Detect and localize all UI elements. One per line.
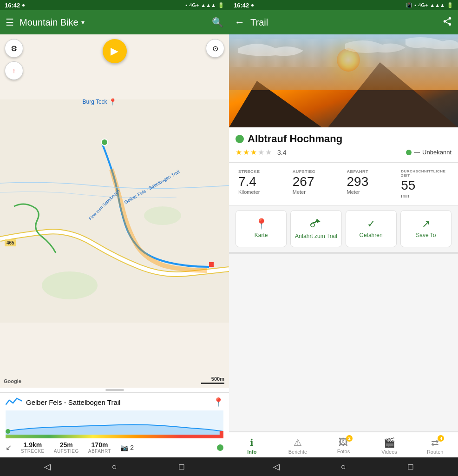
play-button[interactable]: ▶ xyxy=(103,39,127,63)
tab-info[interactable]: ℹ Info xyxy=(229,435,275,456)
anfahrt-button[interactable]: Anfahrt zum Trail xyxy=(290,210,341,247)
right-panel: 16:42 📳 • 4G+ ▲▲▲ 🔋 ← Trail xyxy=(229,0,458,476)
rating-row: ★ ★ ★ ★ ★ 3.4 — Unbekannt xyxy=(236,148,451,157)
right-back-nav-button[interactable]: ◁ xyxy=(267,462,286,472)
saveto-label: Save To xyxy=(416,232,436,239)
aufstieg-value: 25m xyxy=(60,441,73,449)
anfahrt-label: Anfahrt zum Trail xyxy=(295,233,337,240)
svg-point-2 xyxy=(144,206,181,225)
tab-routen[interactable]: 4 ⇄ Routen xyxy=(412,435,458,456)
photos-count: 📷 2 xyxy=(120,444,134,451)
right-status-bar: 16:42 📳 • 4G+ ▲▲▲ 🔋 xyxy=(229,0,458,10)
right-nav-title: Trail xyxy=(250,17,437,28)
routen-badge: 4 xyxy=(438,435,444,442)
berichte-tab-icon: ⚠ xyxy=(294,437,302,448)
right-battery-icon: 🔋 xyxy=(447,2,453,8)
videos-tab-label: Videos xyxy=(381,449,397,455)
google-label: Google xyxy=(4,378,21,384)
right-status-dot xyxy=(251,4,254,7)
saveto-button[interactable]: ↗ Save To xyxy=(400,210,451,247)
diagonal-arrow-icon: ↙ xyxy=(6,443,12,452)
trail-pin-icon[interactable]: 📍 xyxy=(213,397,223,407)
left-title-text: Mountain Bike xyxy=(20,17,79,28)
stat-aufstieg-cell: AUFSTIEG 267 Meter xyxy=(290,167,343,200)
tabs-separator xyxy=(229,252,458,254)
stat-abfahrt-cell: ABFAHRT 293 Meter xyxy=(344,167,398,200)
difficulty-dash: — xyxy=(414,149,420,156)
gefahren-button[interactable]: ✓ Gefahren xyxy=(346,210,397,247)
map-svg: Gelber Fels - Sattelbogen Trail Flow zum… xyxy=(0,34,229,388)
strecke-val: 7.4 xyxy=(238,175,256,189)
location-pin-icon: 📍 xyxy=(109,98,117,106)
zeit-val: 55 xyxy=(401,178,415,193)
star-4: ★ xyxy=(258,148,264,157)
trail-stats-row: ↙ 1.9km STRECKE 25m AUFSTIEG 170m ABFAHR… xyxy=(6,441,223,454)
difficulty-indicator xyxy=(217,444,223,451)
home-nav-button[interactable]: ○ xyxy=(105,462,124,472)
aufstieg-label: AUFSTIEG xyxy=(293,169,316,174)
abfahrt-unit: Meter xyxy=(347,189,360,195)
right-time: 16:42 xyxy=(234,2,249,9)
dropdown-arrow-icon[interactable]: ▾ xyxy=(81,19,85,26)
trail-header: Gelber Fels - Sattelbogen Trail 📍 xyxy=(6,397,223,408)
tab-fotos[interactable]: 2 🖼 Fotos xyxy=(321,435,366,456)
scale-text: 500m xyxy=(211,376,224,382)
back-nav-button[interactable]: ◁ xyxy=(38,462,57,472)
star-5: ★ xyxy=(265,148,272,157)
tab-videos[interactable]: 🎬 Videos xyxy=(366,435,412,456)
scale-bar xyxy=(201,383,224,384)
left-status-dot xyxy=(22,4,25,7)
right-vibrate-icon: 📳 xyxy=(406,2,412,8)
camera-icon: 📷 xyxy=(120,444,128,451)
location-button[interactable]: ⊙ xyxy=(206,39,224,58)
right-recent-nav-button[interactable]: □ xyxy=(401,462,420,472)
left-time: 16:42 xyxy=(5,2,20,9)
filter-button[interactable]: ⚙ xyxy=(5,39,23,58)
gefahren-label: Gefahren xyxy=(360,232,383,239)
left-nav: ☰ Mountain Bike ▾ 🔍 xyxy=(0,10,229,34)
gefahren-icon: ✓ xyxy=(367,218,375,230)
left-status-bar: 16:42 • 4G+ ▲▲▲ 🔋 xyxy=(0,0,229,10)
strecke-value: 1.9km xyxy=(24,441,42,449)
compass-button[interactable]: ↑ xyxy=(5,61,23,80)
back-button[interactable]: ← xyxy=(235,16,245,28)
strecke-label: STRECKE xyxy=(238,169,260,174)
drag-handle xyxy=(0,388,229,392)
aufstieg-val: 267 xyxy=(293,175,314,189)
map-area[interactable]: Gelber Fels - Sattelbogen Trail Flow zum… xyxy=(0,34,229,388)
search-icon[interactable]: 🔍 xyxy=(212,17,223,28)
routen-tab-label: Routen xyxy=(427,449,443,455)
right-home-nav-button[interactable]: ○ xyxy=(334,462,353,472)
rating-number: 3.4 xyxy=(277,149,286,156)
stats-grid: STRECKE 7.4 Kilometer AUFSTIEG 267 Meter… xyxy=(229,163,458,205)
tab-berichte[interactable]: ⚠ Berichte xyxy=(275,435,321,456)
svg-rect-0 xyxy=(0,99,229,323)
zeit-unit: min xyxy=(401,193,409,198)
videos-tab-icon: 🎬 xyxy=(384,437,395,448)
info-tab-label: Info xyxy=(247,449,256,455)
stars-container: ★ ★ ★ ★ ★ xyxy=(236,148,272,157)
road-465-label: 465 xyxy=(5,239,16,246)
hamburger-icon[interactable]: ☰ xyxy=(6,17,14,28)
star-3: ★ xyxy=(250,148,257,157)
zeit-label: DURCHSCHNITTLICHE ZEIT xyxy=(401,169,449,178)
elevation-chart[interactable] xyxy=(6,410,223,438)
karte-button[interactable]: 📍 Karte xyxy=(236,210,287,247)
share-button[interactable] xyxy=(442,16,452,29)
karte-icon: 📍 xyxy=(255,218,268,230)
abfahrt-value: 170m xyxy=(92,441,108,449)
map-controls: ⚙ ↑ xyxy=(5,39,23,80)
difficulty-row: — Unbekannt xyxy=(406,149,451,156)
action-buttons-row: 📍 Karte Anfahrt zum Trail ✓ Gefahren ↗ S… xyxy=(229,205,458,252)
photos-num: 2 xyxy=(130,444,134,451)
right-4g-icon: • xyxy=(414,2,416,8)
stat-aufstieg: 25m AUFSTIEG xyxy=(54,441,79,454)
svg-rect-4 xyxy=(209,262,214,267)
abfahrt-val: 293 xyxy=(347,175,369,189)
karte-label: Karte xyxy=(255,232,268,239)
saveto-icon: ↗ xyxy=(422,218,430,230)
trail-title: Gelber Fels - Sattelbogen Trail xyxy=(26,398,209,406)
fotos-tab-label: Fotos xyxy=(337,449,350,454)
scale-label: 500m xyxy=(201,376,224,384)
recent-nav-button[interactable]: □ xyxy=(172,462,191,472)
